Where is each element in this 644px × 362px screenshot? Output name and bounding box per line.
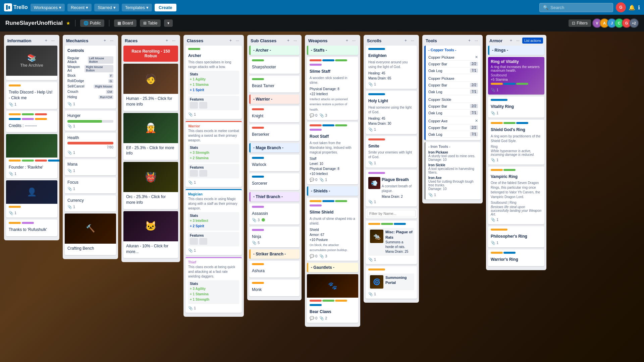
card-controls[interactable]: Controls Regular Attack Left Mouse Butto…: [65, 46, 116, 109]
col-add-btn[interactable]: +: [228, 38, 233, 44]
card-slime-staff[interactable]: Slime Staff A wooden stick soaked in sli…: [307, 57, 358, 120]
card-elf[interactable]: 🧝 Elf - 25.3% - Click for more info: [123, 113, 178, 160]
card-smite[interactable]: Smite Smite your enemies with light of G…: [366, 136, 417, 168]
card-dark-cover[interactable]: 👤 📎 1: [6, 180, 57, 218]
col-add-btn[interactable]: +: [403, 38, 408, 44]
card-health[interactable]: Health 7/80 📎 1: [65, 133, 116, 158]
col-add-btn[interactable]: +: [508, 38, 514, 44]
divider-thief[interactable]: - Thief Branch -: [249, 192, 300, 201]
col-add-card-btn[interactable]: +: [44, 38, 49, 44]
col-menu-btn[interactable]: ···: [234, 38, 240, 44]
col-add-btn[interactable]: +: [344, 38, 350, 44]
card-philosophers-ring[interactable]: Philosopher's Ring 📎 1: [488, 226, 544, 247]
starred-button[interactable]: Starred ▾: [94, 4, 119, 11]
card-currency[interactable]: Currency 📎 1: [65, 195, 116, 212]
divider-warrior[interactable]: - Warrior -: [249, 95, 300, 104]
card-crafting-bench[interactable]: 🔨 Crafting Bench: [65, 214, 116, 255]
card-founder[interactable]: Founder : 'Ravikhe' 📎 1: [6, 134, 57, 178]
col-add-btn[interactable]: +: [286, 38, 291, 44]
card-knight[interactable]: Knight: [249, 106, 300, 123]
card-ninja[interactable]: Ninja 📎 5: [249, 227, 300, 248]
card-sharpshooter[interactable]: Sharpshooter: [249, 57, 300, 74]
card-slime-shield[interactable]: Slime Shield A chunk of slime shaped int…: [307, 198, 358, 261]
health-bar: [67, 142, 113, 144]
col-add-btn[interactable]: +: [102, 38, 107, 44]
divider-rings[interactable]: - Rings -: [488, 46, 544, 55]
card-archer[interactable]: Archer This class specialises in long ra…: [185, 46, 242, 119]
board-view-button[interactable]: ▦ Board: [114, 19, 137, 27]
col-menu-btn[interactable]: ···: [473, 38, 479, 44]
col-menu-btn[interactable]: ···: [50, 38, 56, 44]
notification-icon[interactable]: 🔔: [629, 4, 635, 11]
col-menu-btn[interactable]: ···: [410, 38, 416, 44]
workspaces-button[interactable]: Workspaces ▾: [31, 4, 65, 11]
card-iron-tools[interactable]: - Iron Tools - Iron Pickaxe A sturdy too…: [424, 142, 481, 199]
card-mana[interactable]: Mana 📎 1: [65, 159, 116, 175]
table-view-button[interactable]: ⊞ Table: [140, 19, 161, 27]
recent-button[interactable]: Recent ▾: [67, 4, 92, 11]
col-menu-btn[interactable]: ···: [171, 38, 177, 44]
card-thief[interactable]: Thief This class excels at being quick a…: [185, 257, 242, 313]
col-add-btn[interactable]: +: [164, 38, 169, 44]
card-human[interactable]: 🧑 Human - 25.3% - Click for more info: [123, 64, 178, 111]
card-orc[interactable]: 👹 Orc - 25.3% - Click for more info: [123, 162, 178, 209]
card-berserker[interactable]: Berserker: [249, 124, 300, 141]
card-bear-claws[interactable]: 🐾 Bear Claws 💬 0 📎 2: [307, 274, 358, 323]
star-icon[interactable]: ★: [66, 20, 70, 26]
view-options-button[interactable]: ▾: [164, 19, 173, 27]
divider-striker[interactable]: - Striker Branch -: [249, 249, 300, 259]
card-hunger[interactable]: Hunger 📎 1: [65, 111, 116, 131]
divider-mage[interactable]: - Mage Branch -: [249, 143, 300, 153]
card-ailuran[interactable]: 🐱 Ailuran - 10% - Click for more...: [123, 211, 178, 258]
divider-archer[interactable]: - Archer -: [249, 46, 300, 55]
card-trello-discord[interactable]: Trello Discord - Help Us! - Click me 📎 1: [6, 82, 57, 109]
card-sorcerer[interactable]: Sorcerer: [249, 173, 300, 190]
col-add-btn[interactable]: +: [467, 38, 472, 44]
card-filter-input[interactable]: [366, 208, 417, 219]
card-focus[interactable]: Focus 📎 1: [65, 177, 116, 193]
close-x-2[interactable]: ✕: [475, 119, 478, 123]
templates-button[interactable]: Templates ▾: [122, 4, 152, 11]
card-ring-vitality[interactable]: Ring of Vitality A ring that increases t…: [488, 57, 544, 95]
close-x[interactable]: ✕: [475, 55, 478, 59]
card-credits[interactable]: Credits : ---------: [6, 111, 57, 132]
trello-logo[interactable]: Trello: [4, 3, 28, 11]
card-holy-light[interactable]: Holy Light Heal someone using the light …: [366, 91, 417, 134]
card-race-rerolling[interactable]: Race Rerolling - 150 Robux: [123, 46, 178, 62]
card-copper-tools[interactable]: - Copper Tools - Copper Pickaxe ✕ Copper…: [424, 46, 481, 140]
visibility-button[interactable]: 🌐 Public: [80, 19, 104, 27]
card-root-staff[interactable]: Root Staff A root taken from the Mandrak…: [307, 122, 358, 184]
card-summoning-portal[interactable]: 🌀 Summoning Portal 📎 1: [366, 266, 417, 299]
card-vitality-ring-blue[interactable]: Vitality Ring 📎 1: [488, 97, 544, 118]
extra-members-badge[interactable]: +2: [629, 18, 639, 28]
filters-button[interactable]: ⊡ Filters: [569, 19, 591, 27]
card-archive[interactable]: 📚 The Archive: [6, 46, 57, 80]
divider-staffs[interactable]: - Staffs -: [307, 46, 358, 55]
card-ashura[interactable]: Ashura: [249, 261, 300, 278]
card-beast-tamer[interactable]: Beast Tamer: [249, 76, 300, 93]
user-avatar[interactable]: G: [616, 2, 626, 12]
card-vampiric-ring[interactable]: Vampiric Ring One of the fabled Seven Dr…: [488, 167, 544, 225]
card-plague-breath[interactable]: 💨 Plague Breath A constant breath of pla…: [366, 170, 417, 206]
divider-shields[interactable]: - Shields -: [307, 186, 358, 196]
search-box[interactable]: 🔍 Search: [539, 3, 613, 12]
card-monk[interactable]: Monk: [249, 280, 300, 296]
card-warrior-label[interactable]: Warrior This class excels in melee comba…: [185, 121, 242, 187]
card-enlighten[interactable]: Enlighten Heal everyone around you using…: [366, 46, 417, 89]
card-magician[interactable]: Magician This class excels in using Magi…: [185, 189, 242, 255]
col-menu-btn[interactable]: ···: [292, 38, 298, 44]
col-menu-btn[interactable]: ···: [109, 38, 115, 44]
card-shield-gods-ring[interactable]: Shield God's Ring A ring worn by practit…: [488, 120, 544, 165]
card-thanks[interactable]: Thanks to 'Rufushulk': [6, 220, 57, 236]
filter-by-name-input[interactable]: [367, 210, 416, 217]
card-plague-of-rats[interactable]: 🐀 Misc: Plague of Rats Summons a horde o…: [366, 221, 417, 264]
col-menu-btn[interactable]: ···: [351, 38, 357, 44]
card-assassin[interactable]: Assassin 📎 3: [249, 203, 300, 225]
list-actions-btn[interactable]: List actions: [522, 38, 543, 44]
info-icon[interactable]: ℹ: [638, 4, 640, 11]
col-menu-btn[interactable]: ···: [515, 38, 521, 44]
divider-gauntlets[interactable]: - Gauntlets -: [307, 263, 358, 272]
create-button[interactable]: Create: [155, 4, 176, 11]
card-warlock[interactable]: Warlock: [249, 155, 300, 171]
card-warriors-ring[interactable]: Warrior's Ring: [488, 249, 544, 266]
